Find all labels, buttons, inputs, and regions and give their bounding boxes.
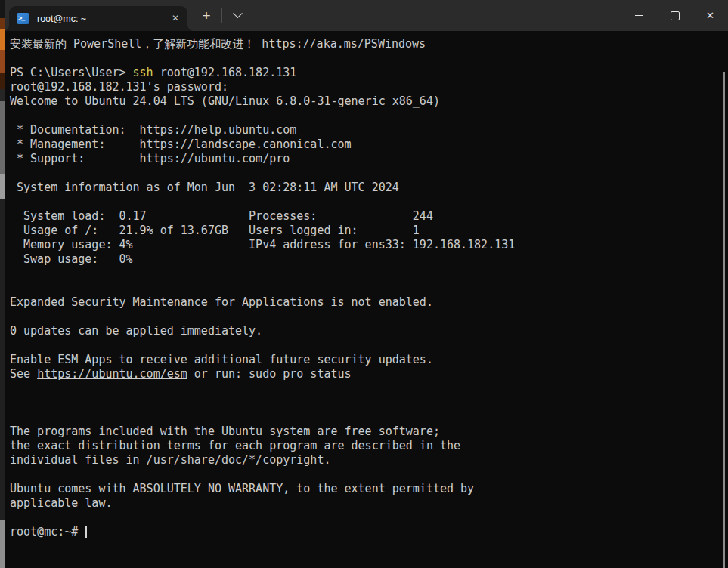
close-icon: ✕ <box>706 0 714 31</box>
terminal-link[interactable]: https://ubuntu.com/esm <box>37 367 187 381</box>
minimize-icon <box>635 15 643 16</box>
new-tab-button[interactable]: + <box>194 0 219 31</box>
terminal-text: or run: sudo pro status <box>187 367 352 381</box>
maximize-button[interactable] <box>657 0 692 31</box>
terminal-line: System information as of Mon Jun 3 02:28… <box>10 181 728 195</box>
tab-active[interactable]: >_ root@mc: ~ ✕ <box>9 6 187 31</box>
terminal-text: System information as of Mon Jun 3 02:28… <box>10 181 399 194</box>
terminal-line <box>10 166 728 181</box>
terminal-line <box>10 281 728 295</box>
command-text: ssh <box>133 66 153 79</box>
tab-bar-divider <box>221 8 222 23</box>
terminal-line: root@192.168.182.131's password: <box>10 80 728 94</box>
terminal-line: * Management: https://landscape.canonica… <box>10 137 728 152</box>
terminal-line: PS C:\Users\User> ssh root@192.168.182.1… <box>10 66 728 80</box>
terminal-text: applicable law. <box>10 496 112 510</box>
terminal-text: root@192.168.182.131's password: <box>10 80 228 94</box>
terminal-line <box>10 51 728 66</box>
background-window-edge <box>0 0 5 568</box>
terminal-line: root@mc:~# <box>10 525 728 539</box>
terminal-line: individual files in /usr/share/doc/*/cop… <box>10 453 728 468</box>
terminal-line: Memory usage: 4% IPv4 address for ens33:… <box>10 238 728 252</box>
terminal-text: Memory usage: 4% IPv4 address for ens33:… <box>10 238 515 252</box>
terminal-line <box>10 338 728 353</box>
minimize-button[interactable] <box>621 0 657 31</box>
terminal-text: Expanded Security Maintenance for Applic… <box>10 295 433 309</box>
terminal-line <box>10 195 728 209</box>
terminal-line <box>10 381 728 396</box>
close-button[interactable]: ✕ <box>692 0 728 31</box>
terminal-text: Swap usage: 0% <box>10 252 133 266</box>
terminal-line: See https://ubuntu.com/esm or run: sudo … <box>10 367 728 381</box>
terminal-line: * Documentation: https://help.ubuntu.com <box>10 123 728 137</box>
terminal-line: 安装最新的 PowerShell，了解新功能和改进！ https://aka.m… <box>10 37 728 51</box>
terminal-text: Welcome to Ubuntu 24.04 LTS (GNU/Linux 6… <box>10 94 440 108</box>
chevron-down-icon <box>233 8 243 18</box>
terminal-text: 安装最新的 PowerShell，了解新功能和改进！ https://aka.m… <box>10 37 426 51</box>
terminal-content[interactable]: 安装最新的 PowerShell，了解新功能和改进！ https://aka.m… <box>5 31 728 568</box>
terminal-line: The programs included with the Ubuntu sy… <box>10 424 728 439</box>
terminal-text: * Support: https://ubuntu.com/pro <box>10 152 290 165</box>
terminal-text: Ubuntu comes with ABSOLUTELY NO WARRANTY… <box>10 482 474 495</box>
terminal-text: System load: 0.17 Processes: 244 <box>10 209 433 223</box>
terminal-line: Ubuntu comes with ABSOLUTELY NO WARRANTY… <box>10 482 728 496</box>
titlebar-drag-region <box>250 0 621 31</box>
terminal-line: Swap usage: 0% <box>10 252 728 267</box>
terminal-line: Usage of /: 21.9% of 13.67GB Users logge… <box>10 224 728 238</box>
tab-close-icon[interactable]: ✕ <box>172 6 179 31</box>
terminal-line: the exact distribution terms for each pr… <box>10 439 728 453</box>
terminal-line <box>10 267 728 281</box>
terminal-text: The programs included with the Ubuntu sy… <box>10 424 440 438</box>
terminal-text: See <box>10 367 37 381</box>
terminal-line: 0 updates can be applied immediately. <box>10 324 728 338</box>
terminal-line <box>10 410 728 424</box>
terminal-line <box>10 468 728 482</box>
terminal-line: applicable law. <box>10 496 728 511</box>
terminal-text: * Management: https://landscape.canonica… <box>10 137 352 151</box>
maximize-icon <box>671 11 680 20</box>
terminal-line: Expanded Security Maintenance for Applic… <box>10 295 728 310</box>
terminal-line: * Support: https://ubuntu.com/pro <box>10 152 728 166</box>
terminal-text: Usage of /: 21.9% of 13.67GB Users logge… <box>10 224 420 237</box>
terminal-line: System load: 0.17 Processes: 244 <box>10 209 728 224</box>
scrollbar[interactable] <box>723 72 725 568</box>
terminal-line: Welcome to Ubuntu 24.04 LTS (GNU/Linux 6… <box>10 94 728 109</box>
terminal-window: >_ root@mc: ~ ✕ + ✕ 安装最新的 PowerShell，了解新… <box>5 0 728 568</box>
terminal-line <box>10 396 728 410</box>
terminal-text: 0 updates can be applied immediately. <box>10 324 262 338</box>
terminal-text: root@192.168.182.131 <box>153 66 297 79</box>
tab-title: root@mc: ~ <box>37 14 172 24</box>
powershell-icon: >_ <box>17 13 29 24</box>
terminal-line <box>10 511 728 525</box>
terminal-text: PS C:\Users\User> <box>10 66 133 79</box>
terminal-text: root@mc:~# <box>10 525 85 539</box>
titlebar: >_ root@mc: ~ ✕ + ✕ <box>5 0 728 31</box>
terminal-line <box>10 310 728 324</box>
terminal-text: Enable ESM Apps to receive additional fu… <box>10 353 433 366</box>
tab-dropdown-button[interactable] <box>225 0 250 31</box>
terminal-text: individual files in /usr/share/doc/*/cop… <box>10 453 330 467</box>
terminal-cursor <box>85 526 87 538</box>
terminal-line: Enable ESM Apps to receive additional fu… <box>10 353 728 367</box>
terminal-text: the exact distribution terms for each pr… <box>10 439 460 452</box>
terminal-text: * Documentation: https://help.ubuntu.com <box>10 123 296 137</box>
terminal-line <box>10 109 728 123</box>
